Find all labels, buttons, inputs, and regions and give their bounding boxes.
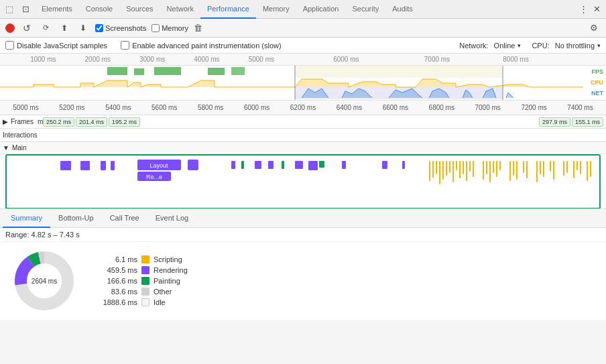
- svg-rect-15: [188, 160, 198, 170]
- svg-rect-45: [489, 161, 491, 182]
- tab-application[interactable]: Application: [296, 0, 346, 19]
- record-button[interactable]: [5, 23, 15, 33]
- svg-rect-26: [342, 161, 346, 169]
- enable-paint-label[interactable]: Enable advanced paint instrumentation (s…: [121, 41, 282, 50]
- svg-rect-51: [516, 161, 518, 180]
- legend-painting: 166.6 ms Painting: [94, 277, 188, 285]
- svg-rect-63: [580, 161, 581, 174]
- svg-rect-35: [449, 161, 450, 173]
- settings-icon[interactable]: ⚙: [587, 21, 601, 35]
- screenshots-label: Screenshots: [105, 24, 146, 32]
- other-name: Other: [154, 288, 172, 296]
- svg-rect-43: [483, 161, 484, 180]
- donut-center-label: 2604 ms: [32, 278, 57, 285]
- rendering-ms: 459.5 ms: [94, 266, 137, 274]
- svg-rect-60: [566, 161, 568, 173]
- disable-js-checkbox[interactable]: [5, 41, 14, 50]
- svg-rect-57: [550, 161, 551, 172]
- download-button[interactable]: ⬇: [76, 21, 90, 35]
- main-label: Main: [12, 144, 27, 151]
- painting-name: Painting: [154, 277, 180, 285]
- svg-rect-23: [295, 161, 303, 169]
- svg-rect-44: [486, 161, 487, 174]
- range-text: Range: 4.82 s – 7.43 s: [0, 228, 606, 242]
- tab-security[interactable]: Security: [345, 0, 385, 19]
- cpu-dropdown-arrow[interactable]: ▾: [597, 42, 601, 49]
- tab-event-log[interactable]: Event Log: [147, 209, 197, 228]
- timeline-tracks: FPS CPU NET: [0, 66, 606, 101]
- svg-rect-25: [319, 161, 324, 168]
- ruler-mark-4000: 4000 ms: [194, 54, 219, 65]
- ruler-mark-5000: 5000 ms: [249, 54, 274, 65]
- legend-rendering: 459.5 ms Rendering: [94, 266, 188, 274]
- ruler-mark-7000: 7000 ms: [424, 54, 450, 65]
- upload-button[interactable]: ⬆: [58, 21, 71, 35]
- reload-record-button[interactable]: ↺: [20, 21, 34, 35]
- screenshots-checkbox-label[interactable]: Screenshots: [95, 24, 146, 32]
- memory-checkbox[interactable]: [152, 24, 160, 32]
- main-arrow[interactable]: ▼: [3, 144, 9, 151]
- frame-2: 201.4 ms: [76, 117, 107, 127]
- donut-ms: 2604 ms: [32, 278, 57, 285]
- time-6200: 6200 ms: [280, 104, 326, 111]
- inspect-icon[interactable]: ⬚: [3, 3, 16, 16]
- svg-rect-61: [573, 161, 574, 178]
- device-toolbar-icon[interactable]: ⊡: [19, 3, 32, 16]
- svg-rect-4: [231, 67, 245, 75]
- tab-call-tree[interactable]: Call Tree: [102, 209, 147, 228]
- close-icon[interactable]: ✕: [590, 3, 603, 16]
- svg-rect-33: [442, 161, 444, 180]
- main-tabs: Elements Console Sources Network Perform…: [35, 0, 420, 19]
- rendering-name: Rendering: [154, 266, 188, 274]
- svg-rect-36: [452, 161, 454, 182]
- tab-sources[interactable]: Sources: [119, 0, 160, 19]
- svg-rect-10: [80, 161, 90, 170]
- legend-scripting: 6.1 ms Scripting: [94, 255, 188, 263]
- enable-paint-checkbox[interactable]: [121, 41, 129, 50]
- tab-network[interactable]: Network: [160, 0, 200, 19]
- svg-rect-64: [587, 161, 588, 181]
- network-cpu-area: Network: Online ▾ CPU: No throttling ▾: [459, 42, 601, 50]
- legend-idle: 1888.6 ms Idle: [94, 298, 188, 306]
- devtools-icons: ⬚ ⊡: [3, 3, 32, 16]
- tab-bottom-up[interactable]: Bottom-Up: [50, 209, 102, 228]
- tab-console[interactable]: Console: [79, 0, 119, 19]
- frames-arrow[interactable]: ▶: [3, 118, 8, 125]
- tab-performance[interactable]: Performance: [200, 0, 256, 19]
- stop-record-button[interactable]: ⟳: [39, 21, 52, 35]
- idle-ms: 1888.6 ms: [94, 298, 137, 306]
- svg-rect-65: [590, 161, 591, 177]
- svg-rect-58: [553, 161, 554, 180]
- svg-rect-38: [459, 161, 461, 178]
- svg-rect-30: [432, 161, 434, 178]
- screenshots-checkbox[interactable]: [95, 24, 103, 32]
- tab-audits[interactable]: Audits: [385, 0, 420, 19]
- tab-elements[interactable]: Elements: [35, 0, 79, 19]
- svg-text:Re...e: Re...e: [146, 174, 162, 180]
- frames-cells: 250.2 ms 201.4 ms 195.2 ms 297.9 ms 155.…: [43, 117, 603, 127]
- disable-js-text: Disable JavaScript samples: [17, 42, 107, 50]
- memory-checkbox-label[interactable]: Memory: [152, 24, 188, 32]
- painting-ms: 166.6 ms: [94, 277, 137, 285]
- frames-text: Frames: [11, 118, 34, 125]
- network-dropdown-arrow[interactable]: ▾: [518, 42, 521, 49]
- time-5600: 5600 ms: [141, 104, 188, 111]
- svg-rect-12: [111, 161, 115, 170]
- tab-memory[interactable]: Memory: [256, 0, 296, 19]
- main-header: ▼ Main: [0, 142, 606, 154]
- disable-js-label[interactable]: Disable JavaScript samples: [5, 41, 107, 50]
- net-label: NET: [591, 90, 603, 97]
- svg-rect-28: [402, 161, 405, 169]
- network-selector[interactable]: Network: Online ▾: [459, 42, 521, 50]
- svg-rect-59: [563, 161, 564, 176]
- svg-rect-42: [473, 161, 474, 177]
- frame-3: 195.2 ms: [109, 117, 140, 127]
- donut-chart: 2604 ms: [11, 247, 78, 314]
- tab-summary[interactable]: Summary: [3, 209, 50, 228]
- scripting-color: [141, 255, 149, 263]
- clear-button[interactable]: 🗑: [194, 23, 202, 33]
- time-5200: 5200 ms: [49, 104, 95, 111]
- more-options-icon[interactable]: ⋮: [577, 3, 590, 16]
- cpu-selector[interactable]: CPU: No throttling ▾: [532, 42, 601, 50]
- cpu-label: CPU: [591, 79, 603, 86]
